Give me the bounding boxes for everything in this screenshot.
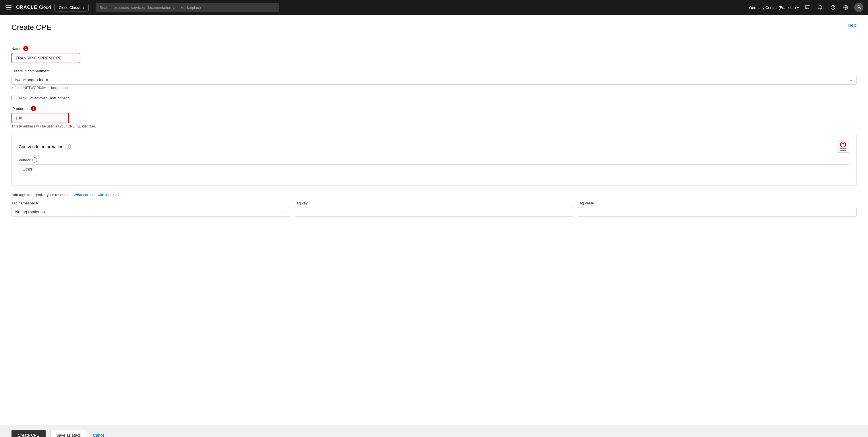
ipsec-checkbox-row: Allow IPSec over FastConnect	[11, 96, 857, 100]
tags-section: Add tags to organize your resources. Wha…	[11, 193, 857, 217]
globe-icon[interactable]	[842, 3, 849, 11]
help-link[interactable]: Help	[848, 23, 857, 28]
cloud-classic-button[interactable]: Cloud Classic ›	[54, 4, 89, 11]
vendor-label: Vendor i	[19, 157, 849, 162]
vendor-select[interactable]: Other	[19, 164, 849, 174]
help-widget-top-icon: ?	[840, 142, 846, 147]
search-container	[96, 3, 279, 12]
tag-key-column: Tag key	[295, 201, 574, 217]
ipsec-label[interactable]: Allow IPSec over FastConnect	[19, 96, 69, 100]
tag-columns: Tag namespace No tag (optional) Tag key …	[11, 201, 857, 217]
compartment-field-group: Create in compartment IwanHoogendoorn > …	[11, 69, 857, 90]
tag-value-column: Tag value	[578, 201, 857, 217]
name-input[interactable]	[11, 53, 81, 63]
oracle-logo: ORACLE Cloud	[16, 5, 51, 10]
tag-value-select-wrapper	[578, 207, 857, 217]
region-selector[interactable]: Germany Central (Frankfurt) ▾	[749, 5, 799, 10]
tag-namespace-label: Tag namespace	[11, 201, 290, 205]
create-cpe-button[interactable]: Create CPE	[11, 430, 45, 437]
vendor-section: Cpe vendor information i ? Vendor i	[11, 134, 857, 186]
create-cpe-label: Create CPE	[18, 433, 39, 437]
help-icon[interactable]: ?	[829, 3, 837, 11]
tag-namespace-select[interactable]: No tag (optional)	[11, 207, 290, 217]
page-title: Create CPE	[11, 23, 51, 32]
tag-value-label: Tag value	[578, 201, 857, 205]
tag-key-label: Tag key	[295, 201, 574, 205]
bell-icon[interactable]	[816, 3, 825, 11]
tag-namespace-select-wrapper: No tag (optional)	[11, 207, 290, 217]
vendor-section-title: Cpe vendor information i	[19, 144, 71, 149]
ip-address-field-group: IP address 2 This IP address will be use…	[11, 106, 857, 128]
user-avatar[interactable]	[854, 3, 863, 12]
ip-required-badge: 2	[31, 106, 36, 111]
vendor-select-wrapper: Other	[19, 164, 849, 174]
ip-helper-text: This IP address will be used as your CPE…	[11, 124, 857, 128]
cancel-button[interactable]: Cancel	[92, 430, 107, 437]
ip-address-label: IP address 2	[11, 106, 857, 111]
svg-rect-0	[805, 5, 810, 9]
compartment-label: Create in compartment	[11, 69, 857, 73]
name-label: Name 1	[11, 46, 857, 51]
vendor-info-icon[interactable]: i	[66, 144, 71, 149]
svg-text:?: ?	[832, 6, 834, 9]
save-as-stack-button[interactable]: Save as stack	[50, 430, 87, 437]
topnav-right-section: Germany Central (Frankfurt) ▾ ?	[749, 3, 863, 12]
ipsec-checkbox[interactable]	[11, 96, 16, 100]
help-widget-grid	[840, 148, 846, 151]
tags-intro-text: Add tags to organize your resources. Wha…	[11, 193, 857, 197]
region-label: Germany Central (Frankfurt)	[749, 5, 796, 10]
name-field-group: Name 1	[11, 46, 857, 63]
ip-address-input[interactable]	[11, 113, 69, 123]
oracle-wordmark: ORACLE	[16, 5, 37, 10]
cloud-classic-label: Cloud Classic	[59, 5, 81, 10]
vendor-section-header: Cpe vendor information i ?	[19, 140, 849, 153]
compartment-path: > (root)/NETWORK/IwanHoogendoorn	[11, 86, 857, 90]
compartment-select-wrapper: IwanHoogendoorn	[11, 75, 857, 85]
tag-key-input[interactable]	[295, 207, 574, 217]
tag-value-select[interactable]	[578, 207, 857, 217]
page-header: Create CPE Help	[11, 23, 857, 38]
console-icon[interactable]	[804, 3, 812, 11]
hamburger-menu-button[interactable]	[5, 4, 12, 11]
vendor-field-group: Vendor i Other	[19, 157, 849, 174]
chevron-right-icon: ›	[83, 5, 84, 10]
cloud-wordmark: Cloud	[39, 5, 51, 10]
tagging-help-link[interactable]: What can I do with tagging?	[73, 193, 119, 197]
save-as-stack-label: Save as stack	[56, 433, 81, 437]
chevron-down-icon: ▾	[797, 5, 799, 10]
name-required-badge: 1	[23, 46, 28, 51]
vendor-label-info-icon[interactable]: i	[32, 157, 37, 162]
help-widget-button[interactable]: ?	[837, 140, 849, 153]
page-container: Create CPE Help Name 1 Create in compart…	[0, 15, 868, 426]
top-navigation: ORACLE Cloud Cloud Classic › Germany Cen…	[0, 0, 868, 15]
search-input[interactable]	[96, 3, 279, 12]
bottom-action-bar: Create CPE Save as stack Cancel	[0, 426, 868, 437]
compartment-select[interactable]: IwanHoogendoorn	[11, 75, 857, 85]
tag-namespace-column: Tag namespace No tag (optional)	[11, 201, 290, 217]
